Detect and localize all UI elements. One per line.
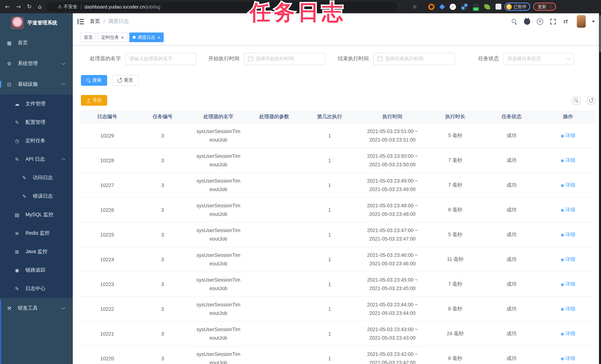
refresh-table-button[interactable] (587, 96, 595, 105)
column-header: 执行时长 (428, 111, 483, 123)
sidebar-item-log-center[interactable]: ✎日志中心 (0, 279, 73, 298)
cell-job-id: 3 (135, 173, 190, 198)
font-size-icon[interactable]: tT (562, 18, 570, 25)
input-placeholder: 选择开始执行时间 (256, 55, 294, 62)
cell-exec-time: 2021-05-03 23:49:00 ~2021-05-03 23:49:00 (357, 173, 428, 198)
sidebar-item-mysql-monitor[interactable]: ▤MySQL 监控 (0, 205, 73, 224)
detail-link[interactable]: ◉详细 (561, 355, 575, 362)
leaf-extension-icon[interactable] (484, 3, 490, 10)
sidebar-item-label: 系统管理 (18, 60, 38, 67)
sidebar-item-java-monitor[interactable]: ⊞Java 监控 (0, 243, 73, 261)
tab-label: 调度日志 (138, 34, 155, 40)
back-icon[interactable]: ← (5, 4, 10, 10)
cell-exec-time: 2021-05-03 23:44:00 ~2021-05-03 23:44:00 (357, 297, 428, 321)
cell-status: 成功 (483, 346, 540, 364)
detail-link[interactable]: ◉详细 (561, 132, 575, 139)
scrollbar-thumb[interactable] (599, 15, 601, 52)
grid-extension-icon[interactable] (461, 4, 467, 10)
end-time-date-input[interactable]: 选择结束执行时间 (373, 53, 455, 65)
breadcrumb-home[interactable]: 首页 (90, 18, 100, 25)
cell-status: 成功 (483, 247, 540, 272)
home-icon[interactable]: ⌂ (38, 4, 41, 10)
paused-profile-badge[interactable]: 已暂停 (504, 3, 531, 11)
chevron-up-icon (61, 83, 65, 87)
caret-down-icon[interactable] (592, 20, 595, 22)
detail-link[interactable]: ◉详细 (561, 207, 575, 213)
filter-form: 处理器的名字 请输入处理器的名字 开始执行时间 选择开始执行时间 结束执行 (73, 52, 599, 65)
job-status-select[interactable]: 请选择任务状态 (503, 53, 574, 65)
scrollbar[interactable] (599, 13, 601, 364)
export-button[interactable]: ↑ 导出 (81, 95, 107, 106)
search-icon[interactable] (511, 18, 518, 25)
search-button[interactable]: 搜索 (81, 75, 107, 86)
toggle-search-button[interactable] (572, 96, 581, 105)
sidebar-item-api-log[interactable]: ✎API 日志 (0, 150, 73, 169)
detail-link[interactable]: ◉详细 (561, 330, 575, 337)
sidebar-item-error-log[interactable]: ✎错误日志 (0, 187, 73, 205)
reset-button-label: 重置 (124, 77, 133, 83)
cell-job-id: 3 (135, 198, 190, 222)
sidebar-item-label: 基础设施 (18, 81, 38, 88)
browser-menu-icon[interactable]: ⋮ (549, 4, 553, 9)
table-toolbar-right (572, 96, 595, 105)
eye-icon: ◉ (561, 134, 564, 138)
close-icon[interactable]: × (157, 35, 160, 39)
chevron-down-icon (61, 61, 65, 65)
browser-update-button[interactable]: 更新 ⋮ (533, 3, 556, 11)
reset-button[interactable]: 重置 (112, 75, 139, 86)
edit-icon: ✎ (14, 156, 20, 162)
sidebar-item-access-log[interactable]: ✎访问日志 (0, 169, 73, 187)
sidebar-item-trace[interactable]: ◉链路追踪 (0, 261, 73, 279)
sidebar-item-dev-tools[interactable]: ⚒研发工具 (0, 298, 73, 319)
tab-job-log[interactable]: 调度日志 × (129, 32, 164, 42)
puzzle-extension-icon[interactable] (495, 4, 501, 10)
hamburger-icon[interactable] (78, 19, 84, 24)
help-icon[interactable]: ? (536, 18, 544, 25)
sidebar-item-label: 错误日志 (33, 193, 53, 200)
cell-status: 成功 (483, 297, 540, 321)
sidebar-item-file-management[interactable]: ☁文件管理 (0, 95, 73, 113)
sidebar-item-infrastructure[interactable]: ⊡基础设施 (0, 74, 73, 95)
reload-icon[interactable]: ↻ (27, 4, 32, 10)
detail-link[interactable]: ◉详细 (561, 281, 575, 287)
green-check-extension-icon[interactable]: ✓ (450, 3, 456, 10)
github-icon[interactable] (523, 18, 531, 25)
close-icon[interactable]: × (121, 35, 124, 39)
forward-icon[interactable]: → (16, 4, 21, 10)
blue-gem-extension-icon[interactable] (439, 4, 445, 10)
chevron-down-icon (61, 306, 65, 310)
cell-duration: 6 毫秒 (428, 297, 483, 321)
sidebar-item-config-management[interactable]: ✎配置管理 (0, 113, 73, 131)
tab-home[interactable]: 首页 (80, 32, 96, 42)
eye-icon: ◉ (561, 307, 564, 311)
cell-handler: sysUserSessionTimeoutJob (190, 222, 246, 247)
on-badge-extension-icon[interactable]: on (473, 4, 479, 10)
divider (81, 4, 81, 9)
detail-link[interactable]: ◉详细 (561, 231, 575, 238)
extensions-row: ✓on (428, 3, 501, 10)
tab-scheduled-jobs[interactable]: 定时任务 × (98, 32, 128, 42)
sidebar-item-redis-monitor[interactable]: ≡Redis 监控 (0, 224, 73, 243)
detail-link[interactable]: ◉详细 (561, 157, 575, 164)
detail-link[interactable]: ◉详细 (561, 256, 575, 263)
browser-nav-buttons: ← → ↻ ⌂ (5, 4, 41, 10)
url-path: /job/log (145, 4, 160, 10)
cell-exec-time: 2021-05-03 23:50:00 ~2021-05-03 23:50:00 (357, 148, 428, 173)
detail-link[interactable]: ◉详细 (561, 182, 575, 189)
sidebar-item-home[interactable]: ▦首页 (0, 32, 73, 53)
orange-ring-extension-icon[interactable] (428, 3, 435, 10)
bookmark-star-icon[interactable]: ☆ (412, 4, 417, 10)
tags-view-bar: 首页 定时任务 × 调度日志 × (73, 30, 599, 45)
avatar[interactable] (577, 15, 585, 28)
sidebar-item-system-management[interactable]: ⚙系统管理 (0, 53, 73, 74)
handler-name-input[interactable]: 请输入处理器的名字 (125, 53, 196, 65)
sidebar-item-scheduled-jobs[interactable]: ◷定时任务 (0, 131, 73, 150)
address-bar[interactable]: ⚠ 不安全 dashboard.yudao.iocoder.cn/job/log (47, 2, 398, 12)
start-time-date-input[interactable]: 选择开始执行时间 (244, 53, 326, 65)
cell-param (246, 321, 302, 346)
detail-link[interactable]: ◉详细 (561, 306, 575, 312)
cell-duration: 24 毫秒 (428, 321, 483, 346)
filter-label: 结束执行时间 (338, 55, 369, 62)
screen-icon: ⊞ (14, 249, 20, 254)
fullscreen-icon[interactable] (549, 18, 557, 25)
